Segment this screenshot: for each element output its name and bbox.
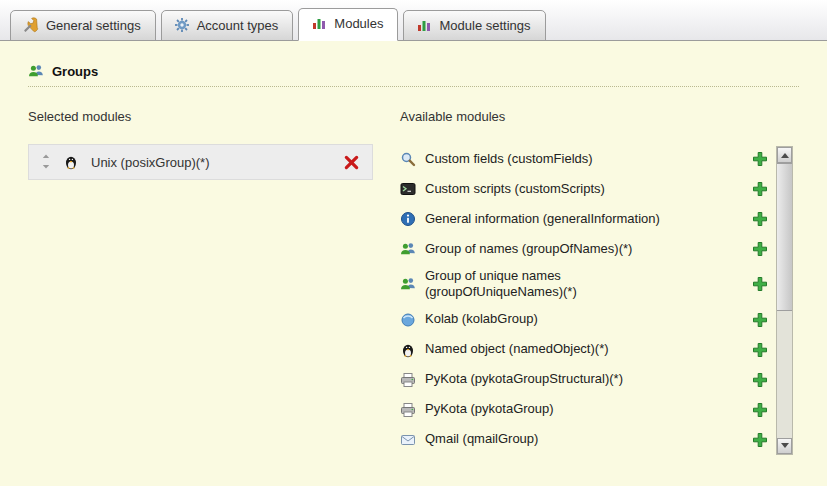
tux-icon [63, 154, 79, 170]
available-module-row: Qmail (qmailGroup) [400, 425, 769, 455]
module-label: Group of names (groupOfNames)(*) [425, 241, 697, 257]
modules-icon [311, 15, 327, 31]
selected-modules-header: Selected modules [28, 109, 400, 124]
wrench-icon [23, 17, 39, 33]
content-area: Groups Selected modules Unix (posixGroup… [0, 41, 827, 455]
tab-label: Account types [197, 18, 279, 33]
add-icon [752, 211, 768, 227]
printer-icon [400, 402, 416, 418]
module-label: Group of unique names (groupOfUniqueName… [425, 268, 615, 301]
available-module-row: Custom scripts (customScripts) [400, 174, 769, 204]
add-icon [752, 151, 768, 167]
sort-handle-icon[interactable] [41, 154, 51, 170]
add-module-button[interactable] [751, 431, 769, 449]
module-label: General information (generalInformation) [425, 211, 697, 227]
module-label: Custom scripts (customScripts) [425, 181, 697, 197]
scrollbar-track[interactable] [777, 311, 792, 438]
tab-module-settings[interactable]: Module settings [403, 10, 545, 41]
add-module-button[interactable] [751, 210, 769, 228]
add-icon [752, 372, 768, 388]
selected-module-label: Unix (posixGroup)(*) [91, 155, 330, 170]
add-icon [752, 181, 768, 197]
printer-icon [400, 372, 416, 388]
tab-modules[interactable]: Modules [298, 8, 398, 41]
kolab-icon [400, 312, 416, 328]
module-label: Custom fields (customFields) [425, 151, 697, 167]
scrollbar-thumb[interactable] [777, 163, 792, 311]
add-module-button[interactable] [751, 401, 769, 419]
available-module-row: PyKota (pykotaGroupStructural)(*) [400, 365, 769, 395]
scroll-down-button[interactable] [777, 438, 792, 454]
add-module-button[interactable] [751, 240, 769, 258]
add-icon [752, 432, 768, 448]
available-modules-list: Custom fields (customFields) Custom scri… [400, 144, 799, 455]
arrow-up-icon [781, 153, 789, 158]
envelope-icon [400, 432, 416, 448]
groups-icon [28, 63, 44, 79]
add-icon [752, 241, 768, 257]
section-title: Groups [52, 64, 98, 79]
tab-label: Module settings [439, 18, 530, 33]
add-icon [752, 342, 768, 358]
add-module-button[interactable] [751, 180, 769, 198]
add-module-button[interactable] [751, 371, 769, 389]
module-label: PyKota (pykotaGroupStructural)(*) [425, 371, 697, 387]
group-icon [400, 241, 416, 257]
add-icon [752, 402, 768, 418]
module-label: Qmail (qmailGroup) [425, 431, 697, 447]
available-module-row: PyKota (pykotaGroup) [400, 395, 769, 425]
remove-module-button[interactable] [342, 153, 360, 171]
available-modules-header: Available modules [400, 109, 799, 124]
available-module-row: Custom fields (customFields) [400, 144, 769, 174]
group-icon [400, 276, 416, 292]
available-module-row: Group of names (groupOfNames)(*) [400, 234, 769, 264]
tab-bar: General settings Account types Modules M… [0, 0, 827, 41]
tab-account-types[interactable]: Account types [161, 10, 294, 41]
available-module-row: Group of unique names (groupOfUniqueName… [400, 264, 769, 305]
magnifier-icon [400, 151, 416, 167]
selected-module-row[interactable]: Unix (posixGroup)(*) [28, 144, 373, 180]
add-module-button[interactable] [751, 150, 769, 168]
available-module-row: Named object (namedObject)(*) [400, 335, 769, 365]
add-module-button[interactable] [751, 311, 769, 329]
scroll-up-button[interactable] [777, 147, 792, 163]
tab-label: General settings [46, 18, 141, 33]
script-icon [400, 181, 416, 197]
info-icon [400, 211, 416, 227]
module-label: Named object (namedObject)(*) [425, 341, 697, 357]
tab-general-settings[interactable]: General settings [10, 10, 156, 41]
module-label: Kolab (kolabGroup) [425, 311, 697, 327]
arrow-down-icon [781, 443, 789, 448]
module-settings-icon [416, 17, 432, 33]
tab-label: Modules [334, 16, 383, 31]
section-header-groups: Groups [28, 63, 799, 87]
gear-icon [174, 17, 190, 33]
scrollbar[interactable] [776, 146, 793, 455]
add-module-button[interactable] [751, 275, 769, 293]
add-icon [752, 276, 768, 292]
module-label: PyKota (pykotaGroup) [425, 401, 697, 417]
tux-icon [400, 342, 416, 358]
available-module-row: Kolab (kolabGroup) [400, 305, 769, 335]
add-module-button[interactable] [751, 341, 769, 359]
delete-icon [344, 155, 359, 170]
add-icon [752, 312, 768, 328]
available-module-row: General information (generalInformation) [400, 204, 769, 234]
